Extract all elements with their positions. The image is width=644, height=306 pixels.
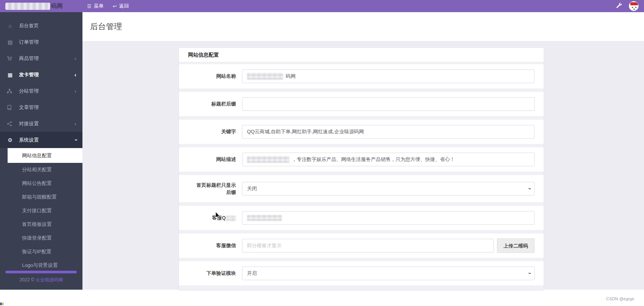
field-label: 首页标题栏只显示后缀 bbox=[179, 181, 236, 196]
system-settings-submenu: 网站信息配置 分站相关配置 网站公告配置 邮箱与提醒配置 支付接口配置 首页模板… bbox=[0, 148, 82, 272]
field-label: 网站描述 bbox=[179, 156, 236, 163]
keywords-input[interactable]: QQ云商城,自助下单,网红助手,网红速成,企业猫源码网 bbox=[242, 125, 535, 139]
service-qq-input[interactable] bbox=[242, 211, 535, 225]
sidebar-item-articles[interactable]: 文章管理 bbox=[0, 99, 82, 115]
form-row-keywords: 关键字 QQ云商城,自助下单,网红助手,网红速成,企业猫源码网 bbox=[179, 120, 544, 144]
user-avatar[interactable] bbox=[629, 1, 639, 11]
footer-year: 2022 © bbox=[19, 277, 34, 282]
submenu-item-subsite-config[interactable]: 分站相关配置 bbox=[0, 163, 82, 177]
menu-button[interactable]: ☰ 菜单 bbox=[82, 0, 108, 12]
form-row-service-qq: 客服Q bbox=[179, 206, 544, 230]
subsite-icon bbox=[7, 88, 13, 94]
field-label: 客服微信 bbox=[179, 242, 236, 249]
main-header: 后台管理 bbox=[82, 12, 644, 41]
order-verify-module-select[interactable]: 开启 ‹ bbox=[242, 267, 535, 280]
field-label: 客服Q bbox=[179, 214, 236, 222]
chevron-down-icon: ‹ bbox=[73, 139, 78, 141]
chevron-left-icon: ‹ bbox=[74, 72, 76, 77]
redaction-blur bbox=[247, 156, 290, 163]
sidebar-item-api-settings[interactable]: 对接设置 ‹ bbox=[0, 115, 82, 132]
link-settings-icon bbox=[7, 121, 13, 126]
label-redaction-blur bbox=[226, 216, 236, 221]
back-button-label: 返回 bbox=[119, 3, 129, 9]
submenu-item-quick-login-config[interactable]: 快捷登录配置 bbox=[0, 231, 82, 245]
redaction-blur bbox=[247, 215, 282, 221]
service-wechat-input[interactable]: 部分模板才显示 bbox=[242, 239, 494, 252]
csdn-watermark: CSDN @egrge bbox=[606, 297, 634, 301]
chevron-left-icon: ‹ bbox=[74, 121, 76, 126]
submenu-item-verify-ip-config[interactable]: 验证与IP配置 bbox=[0, 245, 82, 259]
sidebar: ⌂ 后台首页 ▤ 订单管理 商品管理 ‹ ▦ 发卡管理 ‹ 分站管理 ‹ 文章管… bbox=[0, 12, 82, 290]
submenu-item-announcement-config[interactable]: 网站公告配置 bbox=[0, 177, 82, 190]
form-row-site-name: 网站名称 码网 bbox=[179, 64, 544, 88]
back-button[interactable]: ↩ 返回 bbox=[108, 0, 134, 12]
redaction-blur bbox=[247, 73, 283, 80]
title-suffix-input[interactable] bbox=[242, 97, 535, 111]
sidebar-item-subsites[interactable]: 分站管理 ‹ bbox=[0, 83, 82, 99]
footer-site-link[interactable]: 企业猫源码网 bbox=[36, 277, 63, 282]
products-icon bbox=[7, 56, 13, 61]
form-row-title-suffix-only: 首页标题栏只显示后缀 关闭 ‹ bbox=[179, 175, 544, 202]
submenu-item-mail-reminder-config[interactable]: 邮箱与提醒配置 bbox=[0, 190, 82, 204]
form-row-service-wechat: 客服微信 部分模板才显示 上传二维码 bbox=[179, 233, 544, 258]
form-row-order-verify-module: 下单验证模块 开启 ‹ bbox=[179, 261, 544, 285]
submenu-item-logo-background-config[interactable]: Logo与背景设置 bbox=[0, 259, 82, 272]
sidebar-item-system-settings[interactable]: ⚙ 系统设置 ‹ bbox=[0, 132, 82, 148]
tools-wrench-icon[interactable] bbox=[616, 2, 622, 10]
logo-redaction-blur bbox=[5, 3, 50, 10]
field-label: 标题栏后缀 bbox=[179, 100, 236, 108]
site-info-config-card: 网站信息配置 网站名称 码网 标题栏后缀 bbox=[179, 47, 544, 290]
menu-button-label: 菜单 bbox=[94, 3, 104, 9]
form-row-title-suffix: 标题栏后缀 bbox=[179, 92, 544, 116]
card-issue-icon: ▦ bbox=[7, 72, 13, 78]
articles-icon bbox=[7, 105, 13, 110]
back-arrow-icon: ↩ bbox=[113, 3, 117, 9]
submenu-item-home-template-config[interactable]: 首页模板设置 bbox=[0, 218, 82, 231]
sidebar-item-dashboard[interactable]: ⌂ 后台首页 bbox=[0, 17, 82, 34]
logo-text: 码网 bbox=[51, 3, 63, 10]
form-row-site-description: 网站描述 ，专注数字娱乐产品、网络生活服务产品销售，只为您方便、快捷、省心！ bbox=[179, 147, 544, 172]
field-label: 下单验证模块 bbox=[179, 270, 236, 277]
submenu-item-site-info-config[interactable]: 网站信息配置 bbox=[8, 148, 82, 163]
site-name-input[interactable]: 码网 bbox=[242, 69, 535, 83]
content-area: 网站信息配置 网站名称 码网 标题栏后缀 bbox=[82, 41, 644, 290]
sidebar-item-orders[interactable]: ▤ 订单管理 bbox=[0, 34, 82, 50]
upload-qrcode-button[interactable]: 上传二维码 bbox=[497, 238, 535, 253]
field-label: 网站名称 bbox=[179, 73, 236, 80]
sidebar-scrollbar[interactable] bbox=[5, 271, 77, 273]
sidebar-item-products[interactable]: 商品管理 ‹ bbox=[0, 50, 82, 66]
topbar: 码网 ☰ 菜单 ↩ 返回 bbox=[0, 0, 644, 12]
chevron-down-icon: ‹ bbox=[527, 273, 533, 274]
menu-bars-icon: ☰ bbox=[87, 3, 92, 9]
submenu-item-payment-api-config[interactable]: 支付接口配置 bbox=[0, 204, 82, 218]
sidebar-footer: 2022 © 企业猫源码网 bbox=[0, 277, 82, 283]
chevron-left-icon: ‹ bbox=[74, 88, 76, 94]
screenshot-artifact bbox=[0, 303, 4, 305]
mouse-cursor bbox=[215, 211, 220, 219]
app-logo[interactable]: 码网 bbox=[0, 3, 82, 10]
orders-icon: ▤ bbox=[7, 39, 13, 45]
page-title: 后台管理 bbox=[90, 21, 122, 32]
chevron-down-icon: ‹ bbox=[527, 188, 533, 190]
title-suffix-only-select[interactable]: 关闭 ‹ bbox=[242, 182, 535, 196]
field-label: 关键字 bbox=[179, 128, 236, 136]
card-title: 网站信息配置 bbox=[179, 48, 544, 62]
chevron-left-icon: ‹ bbox=[74, 55, 76, 61]
gear-icon: ⚙ bbox=[7, 137, 13, 143]
sidebar-item-card-issuing[interactable]: ▦ 发卡管理 ‹ bbox=[0, 66, 82, 83]
site-description-input[interactable]: ，专注数字娱乐产品、网络生活服务产品销售，只为您方便、快捷、省心！ bbox=[242, 153, 535, 166]
home-icon: ⌂ bbox=[7, 23, 13, 29]
